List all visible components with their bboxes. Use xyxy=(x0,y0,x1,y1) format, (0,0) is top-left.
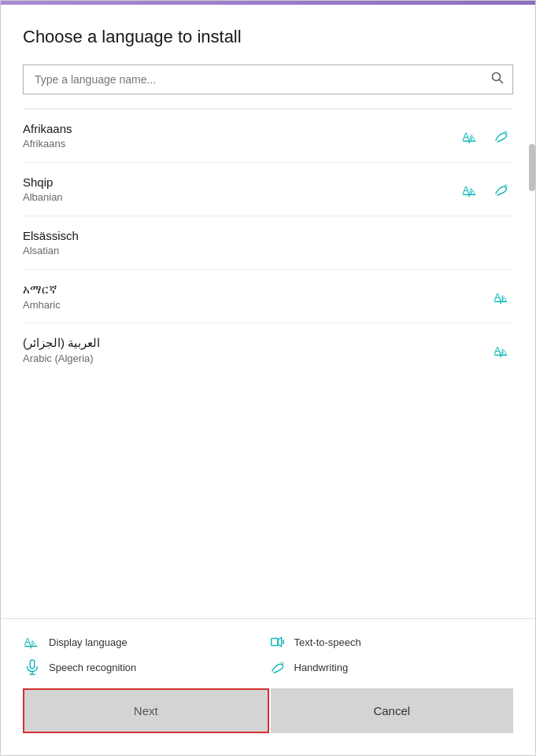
text-to-speech-legend-icon xyxy=(268,633,287,651)
search-icon xyxy=(491,72,504,87)
handwriting-label: Handwriting xyxy=(294,662,349,673)
language-name: Afrikaans xyxy=(23,122,461,135)
language-subname: Amharic xyxy=(23,299,493,311)
list-item[interactable]: Elsässisch Alsatian xyxy=(23,216,513,270)
footer: A あ Display language Text-to-spee xyxy=(1,618,535,755)
scrollbar[interactable] xyxy=(529,144,535,191)
legend-handwriting: Handwriting xyxy=(268,658,514,676)
dialog-title: Choose a language to install xyxy=(23,27,513,47)
legend-row-2: Speech recognition Handwriting xyxy=(23,658,513,676)
language-name: Shqip xyxy=(23,175,461,189)
svg-text:あ: あ xyxy=(468,133,475,141)
next-button[interactable]: Next xyxy=(23,688,269,733)
legend-text-to-speech: Text-to-speech xyxy=(268,633,514,651)
display-language-icon: A あ xyxy=(461,127,479,145)
speech-recognition-label: Speech recognition xyxy=(49,662,136,673)
handwriting-icon xyxy=(493,127,510,145)
button-row: Next Cancel xyxy=(23,688,513,755)
language-subname: Arabic (Algeria) xyxy=(23,352,493,364)
svg-text:あ: あ xyxy=(30,640,36,647)
svg-text:あ: あ xyxy=(500,293,507,301)
search-input[interactable] xyxy=(23,65,513,94)
svg-rect-22 xyxy=(271,638,277,645)
list-item[interactable]: Afrikaans Afrikaans A あ xyxy=(23,109,513,163)
language-name: العربية (الجزائر) xyxy=(23,336,493,350)
cancel-button[interactable]: Cancel xyxy=(271,688,514,733)
language-name: አማርኛ xyxy=(23,282,493,297)
list-item[interactable]: አማርኛ Amharic A あ xyxy=(23,270,513,323)
handwriting-icon xyxy=(493,181,510,198)
display-language-icon: A あ xyxy=(461,181,479,198)
list-item[interactable]: العربية (الجزائر) Arabic (Algeria) A あ xyxy=(23,323,513,377)
svg-rect-23 xyxy=(30,660,35,669)
speech-recognition-legend-icon xyxy=(23,658,42,676)
svg-line-1 xyxy=(500,80,503,83)
svg-text:あ: あ xyxy=(468,186,475,194)
search-container xyxy=(23,65,513,94)
language-subname: Alsatian xyxy=(23,245,510,256)
language-subname: Albanian xyxy=(23,191,461,203)
display-language-legend-icon: A あ xyxy=(23,633,42,651)
language-subname: Afrikaans xyxy=(23,138,461,149)
handwriting-legend-icon xyxy=(268,658,287,676)
text-to-speech-label: Text-to-speech xyxy=(294,636,361,648)
display-language-label: Display language xyxy=(49,636,128,648)
legend-display-language: A あ Display language xyxy=(23,633,268,651)
legend-row-1: A あ Display language Text-to-spee xyxy=(23,633,513,651)
display-language-icon: A あ xyxy=(493,288,510,305)
language-name: Elsässisch xyxy=(23,229,510,242)
legend-speech-recognition: Speech recognition xyxy=(23,658,268,676)
list-item[interactable]: Shqip Albanian A あ xyxy=(23,163,513,216)
svg-text:あ: あ xyxy=(500,348,507,356)
language-list: Afrikaans Afrikaans A あ xyxy=(23,109,513,618)
language-install-dialog: Choose a language to install Afrikaans A… xyxy=(0,0,536,756)
display-language-icon: A あ xyxy=(493,341,510,359)
